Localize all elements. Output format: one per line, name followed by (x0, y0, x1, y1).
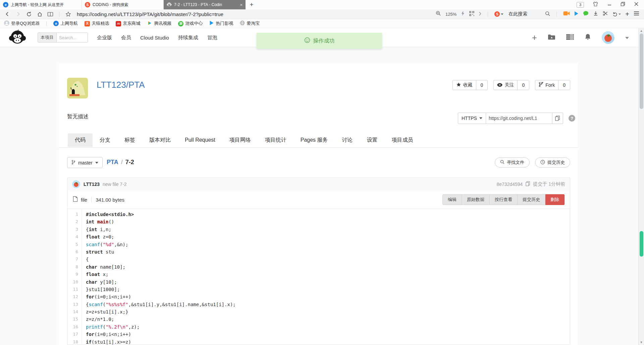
stat-count[interactable]: 0 (558, 80, 570, 90)
create-new-icon[interactable]: + (532, 34, 537, 41)
scroll-down-icon[interactable]: ▼ (639, 341, 644, 344)
repo-tab-项目成员[interactable]: 项目成员 (385, 133, 420, 147)
favorite-star-icon[interactable] (64, 11, 72, 17)
project-title-link[interactable]: LTT123/PTA (97, 80, 145, 90)
forward-icon[interactable] (14, 11, 22, 17)
repo-tab-Pages 服务[interactable]: Pages 服务 (293, 133, 335, 147)
commit-history-button[interactable]: 提交历史 (535, 157, 570, 167)
commit-message[interactable]: new file 7-2 (103, 182, 127, 187)
search-scope-label[interactable]: 本项目 (38, 33, 57, 42)
repo-tab-项目网络[interactable]: 项目网络 (222, 133, 258, 147)
video-capture-icon[interactable] (563, 11, 570, 17)
line-number: 3 (67, 226, 82, 233)
bookmark-item[interactable]: 腾讯视频 (147, 20, 171, 27)
tab-count-badge[interactable]: 3 (577, 2, 584, 8)
commit-author-avatar[interactable] (72, 180, 80, 188)
bookmark-item[interactable]: 天天猫精选 (85, 20, 109, 26)
screenshot-scissors-icon[interactable] (603, 11, 608, 17)
file-action-button[interactable]: 编辑 (442, 194, 462, 205)
repo-tab-Pull Request[interactable]: Pull Request (178, 134, 222, 146)
breadcrumb-repo-link[interactable]: PTA (107, 159, 118, 166)
header-nav-item[interactable]: 会员 (121, 34, 131, 41)
browser-tab[interactable]: SCODING - 搜狗搜索 (82, 0, 164, 9)
clone-help-icon[interactable]: ? (569, 115, 575, 122)
account-caret-icon[interactable] (625, 34, 629, 41)
stat-button[interactable]: Fork (535, 80, 558, 90)
bookmark-item[interactable]: 爱淘宝 (240, 20, 260, 26)
search-icon[interactable] (545, 11, 550, 17)
stat-count[interactable]: 0 (476, 80, 488, 90)
repo-tab-分支[interactable]: 分支 (93, 133, 117, 147)
minimize-button[interactable] (607, 2, 612, 8)
copy-hash-icon[interactable] (526, 181, 530, 187)
branch-selector[interactable]: master (67, 157, 103, 168)
find-file-button[interactable]: 寻找文件 (495, 157, 530, 167)
repo-tab-代码[interactable]: 代码 (68, 133, 93, 147)
url-field[interactable]: https://coding.net/u/LTT123/p/PTA/git/bl… (77, 11, 223, 17)
repo-tab-标签[interactable]: 标签 (117, 133, 142, 147)
back-icon[interactable] (3, 11, 11, 17)
header-nav-item[interactable]: 企业版 (97, 34, 112, 41)
reading-mode-icon[interactable] (46, 12, 54, 17)
refresh-icon[interactable] (25, 11, 33, 17)
copy-clone-url-button[interactable] (552, 113, 563, 124)
page-scrollbar[interactable]: ▲ ▼ (638, 28, 644, 345)
add-icon[interactable]: + (625, 10, 629, 18)
theme-skin-icon[interactable] (593, 1, 598, 8)
stat-label: 收藏 (463, 82, 473, 88)
file-action-button[interactable]: 按行查看 (490, 194, 518, 205)
bookmark-item[interactable]: e上网导航 (53, 20, 78, 26)
new-tab-button[interactable]: + (246, 0, 258, 9)
zoom-in-icon[interactable] (436, 11, 441, 17)
header-nav-item[interactable]: Cloud Studio (140, 35, 169, 41)
repo-tab-版本对比[interactable]: 版本对比 (142, 133, 178, 147)
chevron-right-icon[interactable] (479, 11, 481, 17)
coding-logo-icon[interactable] (9, 29, 26, 46)
bookmark-item[interactable]: 登录QQ浏览器 (4, 20, 40, 27)
notifications-bell-icon[interactable] (585, 33, 591, 42)
chat-icon[interactable] (583, 11, 589, 17)
search-input[interactable] (57, 33, 88, 42)
clone-protocol-dropdown[interactable]: HTTPS (458, 113, 486, 124)
media-play-icon[interactable] (574, 11, 579, 17)
user-avatar[interactable] (602, 31, 614, 44)
delete-file-button[interactable]: 删除 (545, 194, 565, 205)
project-folder-icon[interactable] (548, 34, 555, 42)
repo-tab-设置[interactable]: 设置 (360, 133, 385, 147)
search-here-input[interactable]: 在此搜索 (508, 11, 527, 17)
commit-author[interactable]: LTT123 (84, 182, 100, 187)
repo-tab-讨论[interactable]: 讨论 (335, 133, 360, 147)
commit-hash[interactable]: 8e732d4594 (496, 182, 523, 187)
restore-closed-tab-icon[interactable] (612, 11, 621, 17)
coding-monkey-icon (167, 2, 172, 8)
close-button[interactable] (634, 2, 639, 8)
header-nav-item[interactable]: 持续集成 (178, 34, 198, 41)
line-number: 2 (67, 218, 82, 225)
header-nav-item[interactable]: 冒泡 (207, 34, 217, 41)
bookmark-item[interactable]: 游游戏中心 (178, 20, 203, 26)
task-list-icon[interactable] (566, 34, 574, 41)
zoom-level[interactable]: 125% (445, 12, 457, 17)
home-icon[interactable] (36, 11, 44, 17)
stat-button[interactable]: 关注 (494, 80, 517, 90)
stat-button[interactable]: 收藏 (453, 80, 476, 90)
scrollbar-thumb[interactable] (640, 33, 643, 109)
clone-url-input[interactable] (486, 113, 552, 124)
flash-block-icon[interactable] (461, 11, 465, 17)
tab-close-icon[interactable]: × (240, 2, 243, 7)
download-icon[interactable] (593, 11, 598, 17)
qr-code-icon[interactable] (469, 11, 474, 17)
file-action-button[interactable]: 提交历史 (518, 194, 545, 205)
global-search-box: 本项目 (38, 32, 88, 43)
browser-tab[interactable]: 7-2 - LTT123 - PTA - Codin× (164, 0, 246, 9)
stat-count[interactable]: 0 (517, 80, 529, 90)
sogou-search-engine-icon[interactable]: S (494, 11, 503, 17)
browser-tab[interactable]: e上网导航 - 轻快上网 从这里开 (0, 0, 82, 9)
restore-button[interactable] (621, 2, 625, 8)
menu-icon[interactable] (634, 11, 639, 17)
file-action-button[interactable]: 原始数据 (462, 194, 490, 205)
scroll-up-icon[interactable]: ▲ (639, 29, 644, 32)
bookmark-item[interactable]: 热门影视 (209, 20, 233, 26)
repo-tab-项目统计[interactable]: 项目统计 (258, 133, 293, 147)
bookmark-item[interactable]: JD京东商城 (116, 20, 140, 26)
